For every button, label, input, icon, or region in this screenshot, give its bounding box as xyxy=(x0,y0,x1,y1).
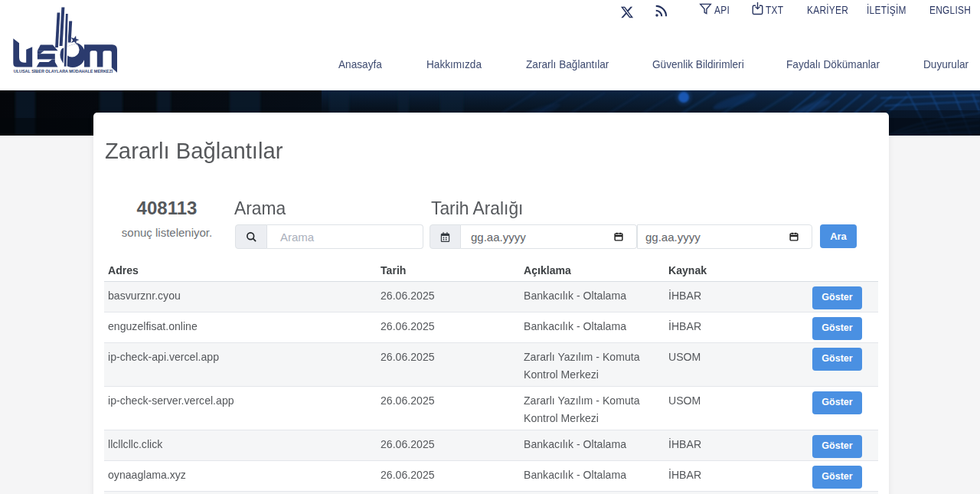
svg-text:ULUSAL SİBER OLAYLARA MÜDAHALE: ULUSAL SİBER OLAYLARA MÜDAHALE MERKEZİ xyxy=(14,69,113,74)
